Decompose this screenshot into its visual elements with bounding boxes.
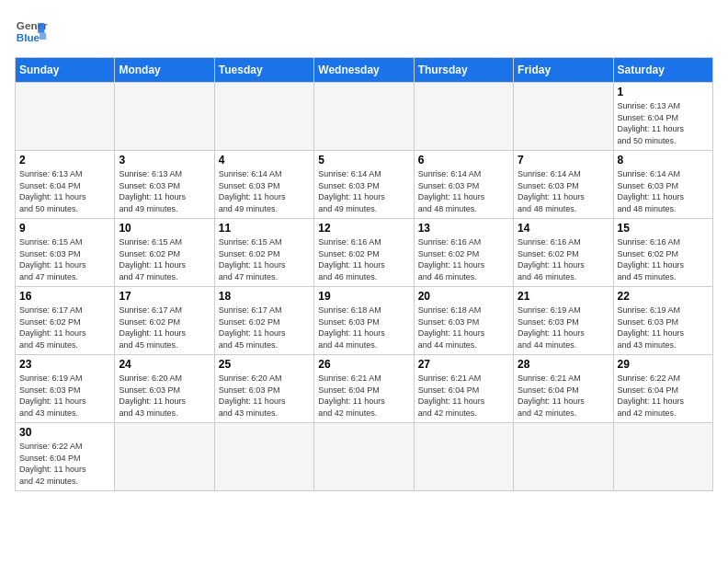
calendar-table: SundayMondayTuesdayWednesdayThursdayFrid… [15, 57, 713, 491]
calendar-cell [414, 423, 513, 491]
calendar-cell: 23Sunrise: 6:19 AM Sunset: 6:03 PM Dayli… [16, 355, 115, 423]
day-number: 3 [119, 154, 210, 167]
calendar-cell [414, 83, 513, 151]
day-number: 29 [618, 358, 709, 371]
calendar-cell: 15Sunrise: 6:16 AM Sunset: 6:02 PM Dayli… [613, 219, 712, 287]
calendar-cell: 28Sunrise: 6:21 AM Sunset: 6:04 PM Dayli… [514, 355, 613, 423]
calendar-cell: 8Sunrise: 6:14 AM Sunset: 6:03 PM Daylig… [613, 151, 712, 219]
calendar-cell: 12Sunrise: 6:16 AM Sunset: 6:02 PM Dayli… [314, 219, 414, 287]
calendar-cell: 14Sunrise: 6:16 AM Sunset: 6:02 PM Dayli… [514, 219, 613, 287]
calendar-cell: 18Sunrise: 6:17 AM Sunset: 6:02 PM Dayli… [214, 287, 313, 355]
svg-text:Blue: Blue [17, 31, 40, 43]
dow-header-tuesday: Tuesday [214, 58, 313, 83]
day-number: 18 [219, 290, 310, 303]
day-number: 9 [19, 222, 110, 235]
day-info: Sunrise: 6:16 AM Sunset: 6:02 PM Dayligh… [618, 236, 709, 282]
calendar-cell: 3Sunrise: 6:13 AM Sunset: 6:03 PM Daylig… [115, 151, 214, 219]
dow-header-friday: Friday [514, 58, 613, 83]
calendar-cell [115, 83, 214, 151]
day-number: 16 [19, 290, 110, 303]
dow-header-sunday: Sunday [16, 58, 115, 83]
calendar-cell [214, 423, 313, 491]
calendar-cell: 22Sunrise: 6:19 AM Sunset: 6:03 PM Dayli… [613, 287, 712, 355]
day-number: 19 [318, 290, 409, 303]
day-number: 28 [518, 358, 609, 371]
day-info: Sunrise: 6:13 AM Sunset: 6:04 PM Dayligh… [19, 168, 110, 214]
day-info: Sunrise: 6:20 AM Sunset: 6:03 PM Dayligh… [219, 373, 310, 419]
calendar-cell: 4Sunrise: 6:14 AM Sunset: 6:03 PM Daylig… [214, 151, 313, 219]
day-info: Sunrise: 6:17 AM Sunset: 6:02 PM Dayligh… [119, 304, 210, 350]
calendar-cell: 16Sunrise: 6:17 AM Sunset: 6:02 PM Dayli… [16, 287, 115, 355]
day-info: Sunrise: 6:14 AM Sunset: 6:03 PM Dayligh… [219, 168, 310, 214]
day-number: 23 [19, 358, 110, 371]
day-number: 15 [618, 222, 709, 235]
calendar-cell [314, 83, 414, 151]
day-info: Sunrise: 6:20 AM Sunset: 6:03 PM Dayligh… [119, 373, 210, 419]
day-info: Sunrise: 6:14 AM Sunset: 6:03 PM Dayligh… [418, 168, 509, 214]
logo-icon: General Blue [15, 15, 48, 48]
calendar-cell: 9Sunrise: 6:15 AM Sunset: 6:03 PM Daylig… [16, 219, 115, 287]
day-number: 22 [618, 290, 709, 303]
calendar-cell: 5Sunrise: 6:14 AM Sunset: 6:03 PM Daylig… [314, 151, 414, 219]
svg-marker-3 [40, 33, 46, 40]
calendar-cell: 11Sunrise: 6:15 AM Sunset: 6:02 PM Dayli… [214, 219, 313, 287]
calendar-cell [613, 423, 712, 491]
day-number: 13 [418, 222, 509, 235]
dow-header-saturday: Saturday [613, 58, 712, 83]
day-info: Sunrise: 6:19 AM Sunset: 6:03 PM Dayligh… [618, 304, 709, 350]
day-info: Sunrise: 6:16 AM Sunset: 6:02 PM Dayligh… [518, 236, 609, 282]
calendar-cell: 10Sunrise: 6:15 AM Sunset: 6:02 PM Dayli… [115, 219, 214, 287]
day-number: 26 [318, 358, 409, 371]
day-number: 14 [518, 222, 609, 235]
calendar-cell [115, 423, 214, 491]
day-info: Sunrise: 6:15 AM Sunset: 6:03 PM Dayligh… [19, 236, 110, 282]
calendar-cell [514, 83, 613, 151]
day-info: Sunrise: 6:22 AM Sunset: 6:04 PM Dayligh… [618, 373, 709, 419]
calendar-cell [314, 423, 414, 491]
day-info: Sunrise: 6:14 AM Sunset: 6:03 PM Dayligh… [618, 168, 709, 214]
calendar-cell [16, 83, 115, 151]
day-info: Sunrise: 6:13 AM Sunset: 6:04 PM Dayligh… [618, 100, 709, 146]
calendar-cell [514, 423, 613, 491]
calendar-cell: 27Sunrise: 6:21 AM Sunset: 6:04 PM Dayli… [414, 355, 513, 423]
day-info: Sunrise: 6:22 AM Sunset: 6:04 PM Dayligh… [19, 441, 110, 487]
day-info: Sunrise: 6:17 AM Sunset: 6:02 PM Dayligh… [219, 304, 310, 350]
day-info: Sunrise: 6:18 AM Sunset: 6:03 PM Dayligh… [418, 304, 509, 350]
logo: General Blue [15, 15, 51, 48]
day-info: Sunrise: 6:15 AM Sunset: 6:02 PM Dayligh… [119, 236, 210, 282]
dow-header-thursday: Thursday [414, 58, 513, 83]
day-info: Sunrise: 6:21 AM Sunset: 6:04 PM Dayligh… [518, 373, 609, 419]
page-header: General Blue [15, 15, 713, 48]
day-number: 11 [219, 222, 310, 235]
day-info: Sunrise: 6:19 AM Sunset: 6:03 PM Dayligh… [518, 304, 609, 350]
calendar-cell: 25Sunrise: 6:20 AM Sunset: 6:03 PM Dayli… [214, 355, 313, 423]
day-info: Sunrise: 6:14 AM Sunset: 6:03 PM Dayligh… [518, 168, 609, 214]
dow-header-monday: Monday [115, 58, 214, 83]
day-info: Sunrise: 6:16 AM Sunset: 6:02 PM Dayligh… [418, 236, 509, 282]
calendar-cell: 17Sunrise: 6:17 AM Sunset: 6:02 PM Dayli… [115, 287, 214, 355]
calendar-cell: 6Sunrise: 6:14 AM Sunset: 6:03 PM Daylig… [414, 151, 513, 219]
day-number: 25 [219, 358, 310, 371]
day-info: Sunrise: 6:16 AM Sunset: 6:02 PM Dayligh… [318, 236, 409, 282]
day-number: 1 [618, 86, 709, 98]
day-number: 10 [119, 222, 210, 235]
day-number: 21 [518, 290, 609, 303]
day-number: 30 [19, 426, 110, 439]
day-number: 5 [318, 154, 409, 167]
day-info: Sunrise: 6:15 AM Sunset: 6:02 PM Dayligh… [219, 236, 310, 282]
day-number: 17 [119, 290, 210, 303]
day-info: Sunrise: 6:21 AM Sunset: 6:04 PM Dayligh… [318, 373, 409, 419]
day-number: 7 [518, 154, 609, 167]
day-number: 20 [418, 290, 509, 303]
day-info: Sunrise: 6:13 AM Sunset: 6:03 PM Dayligh… [119, 168, 210, 214]
day-number: 2 [19, 154, 110, 167]
day-number: 4 [219, 154, 310, 167]
calendar-cell: 30Sunrise: 6:22 AM Sunset: 6:04 PM Dayli… [16, 423, 115, 491]
calendar-cell: 19Sunrise: 6:18 AM Sunset: 6:03 PM Dayli… [314, 287, 414, 355]
calendar-cell: 13Sunrise: 6:16 AM Sunset: 6:02 PM Dayli… [414, 219, 513, 287]
calendar-cell [214, 83, 313, 151]
day-number: 24 [119, 358, 210, 371]
day-info: Sunrise: 6:19 AM Sunset: 6:03 PM Dayligh… [19, 373, 110, 419]
day-info: Sunrise: 6:14 AM Sunset: 6:03 PM Dayligh… [318, 168, 409, 214]
calendar-cell: 7Sunrise: 6:14 AM Sunset: 6:03 PM Daylig… [514, 151, 613, 219]
